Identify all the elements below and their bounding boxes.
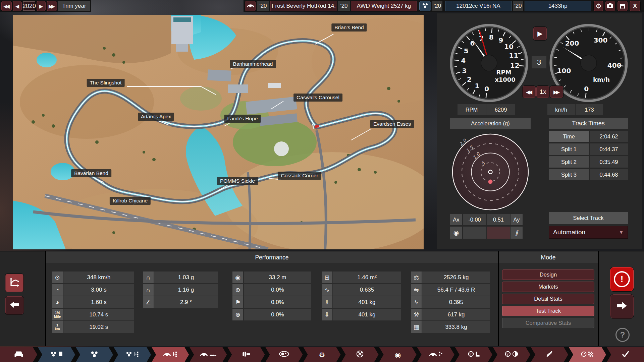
arrow-right-icon (616, 302, 627, 311)
year-value[interactable]: 2020 (23, 1, 36, 11)
gear-indicator: 3 (532, 56, 546, 68)
tab-wheels[interactable] (341, 347, 379, 362)
performance-title: Performance (46, 251, 498, 264)
accel-80-120-value: 1.60 s (63, 296, 134, 308)
ax-value: -0.00 (463, 214, 486, 225)
top-bar: ◀◀ ◀ 2020 ▶ ▶▶ Trim year '20 Frost Bever… (0, 0, 644, 12)
svg-text:4: 4 (461, 57, 466, 65)
g-dot (488, 180, 493, 184)
help-icon[interactable]: ? (615, 328, 630, 342)
track-map: Brian's Bend Banhammerhead The Slingshot… (13, 15, 424, 249)
tab-trim-design[interactable] (152, 347, 189, 362)
weight-badge[interactable]: AWD Weight 2527 kg (351, 1, 417, 11)
year-first-button[interactable]: ◀◀ (1, 1, 12, 11)
power-badge[interactable]: 1433hp (525, 1, 591, 11)
track-time-label: Time (549, 131, 589, 142)
quarter-mile-value: 10.74 s (63, 309, 134, 320)
stat-row: ⚖2526.5 kg (411, 272, 490, 283)
year-last-button[interactable]: ▶▶ (47, 1, 57, 11)
drag-coefficient-value: 0.635 (333, 284, 401, 296)
wheelspin-offroad-icon: ⊛ (232, 309, 243, 320)
power-to-weight-value: 0.395 (422, 296, 490, 308)
svg-text:5: 5 (464, 47, 469, 55)
tab-brakes[interactable]: ◉ (379, 347, 417, 362)
rewind-button[interactable]: ◀◀ (523, 86, 536, 98)
svg-text:2: 2 (467, 75, 472, 83)
play-icon: ▶ (537, 29, 542, 38)
quarter-mile-icon: 1/4Mile (52, 309, 63, 320)
car-name-badge[interactable]: Frost Beverly HotRod 14: (270, 1, 337, 11)
tab-gearbox[interactable]: ⚙ (304, 347, 341, 362)
stat-row: 1/4Mile10.74 s (52, 309, 134, 320)
stat-row: ⚒617 kg (411, 309, 490, 320)
screenshot-button[interactable] (605, 1, 615, 11)
car-button[interactable] (245, 1, 256, 11)
tab-engine-tuning[interactable] (114, 347, 151, 362)
year-next-button[interactable]: ▶ (37, 1, 46, 11)
tab-engine-family[interactable] (38, 347, 75, 362)
engine-icon (90, 351, 99, 359)
tab-suspension[interactable] (531, 347, 568, 362)
engine-name-badge[interactable]: 12012cc V16i NA (445, 1, 512, 11)
mode-test-track-button[interactable]: Test Track (502, 306, 594, 316)
speed-multiplier-button[interactable]: 1x (536, 86, 549, 98)
car-side-icon (200, 352, 208, 358)
load-capacity-value: 333.8 kg (422, 321, 490, 333)
frontal-area-icon: ⊞ (322, 272, 332, 283)
balance-icon (512, 351, 518, 358)
next-button[interactable] (610, 294, 634, 318)
warning-button[interactable]: ! (610, 267, 634, 291)
perf-side-panel (0, 251, 45, 346)
track-times-header: Track Times (549, 118, 628, 129)
tab-finish[interactable] (607, 347, 644, 362)
select-track-button[interactable]: Select Track (549, 212, 628, 224)
tab-engine-variant[interactable] (76, 347, 113, 362)
steering-wheel-icon (505, 351, 511, 358)
mode-design-button[interactable]: Design (502, 269, 594, 280)
stat-row: ⇋56.4 F / 43.6 R (411, 284, 490, 296)
mode-markets-button[interactable]: Markets (502, 282, 594, 292)
tab-aero-cooling[interactable] (417, 347, 454, 362)
svg-text:6: 6 (470, 39, 475, 47)
svg-text:1: 1 (475, 82, 479, 90)
save-button[interactable] (618, 1, 628, 11)
svg-text:200: 200 (565, 39, 579, 47)
tab-car-models[interactable] (190, 347, 227, 362)
mode-detail-stats-button[interactable]: Detail Stats (502, 294, 594, 304)
settings-button[interactable]: ⚙ (594, 1, 603, 11)
engine-button[interactable] (419, 1, 431, 11)
year-prev-button[interactable]: ◀ (13, 1, 22, 11)
svg-text:x1000: x1000 (495, 76, 516, 83)
engine-icon (422, 3, 429, 10)
back-button[interactable] (5, 296, 23, 314)
tab-car-design[interactable] (0, 347, 37, 362)
g-meter: 2.0 1.5 1.0 .5 (448, 130, 532, 214)
stat-row: ⊞1.46 m² (322, 272, 401, 283)
svg-text:3: 3 (462, 67, 467, 75)
tab-driver-aids[interactable] (493, 347, 530, 362)
corner-label: The Slingshot (87, 79, 125, 87)
fast-forward-button[interactable]: ▶▶ (550, 86, 563, 98)
split1-value: 0:44.37 (590, 143, 628, 155)
play-button[interactable]: ▶ (533, 27, 547, 40)
cornering-20m-value: 1.03 g (154, 272, 218, 283)
track-dropdown[interactable]: Automation ▼ (549, 226, 628, 239)
tab-headlights[interactable] (265, 347, 303, 362)
weight-value: 2526.5 kg (422, 272, 490, 283)
svg-text:400: 400 (607, 61, 622, 69)
nav-side-panel: ! ? (599, 251, 644, 346)
tab-test-track[interactable] (569, 347, 606, 362)
mode-comparative-stats-button[interactable]: Comparative Stats (502, 318, 594, 328)
cornering-200m-value: 1.16 g (154, 284, 218, 296)
tab-interior[interactable] (455, 347, 492, 362)
ax-label: Ax (450, 214, 462, 225)
graph-button[interactable] (5, 274, 23, 292)
throttle-pedal-icon: ∥ (511, 227, 523, 239)
stat-row: ∩1.16 g (143, 284, 218, 296)
brake-pedal-icon: ◉ (450, 227, 462, 239)
rim-icon (356, 350, 364, 359)
close-button[interactable]: X (630, 1, 640, 11)
gear-icon: ⚙ (596, 2, 602, 10)
corner-label: Cossack Corner (278, 172, 321, 180)
tab-fixtures-paint[interactable] (227, 347, 265, 362)
